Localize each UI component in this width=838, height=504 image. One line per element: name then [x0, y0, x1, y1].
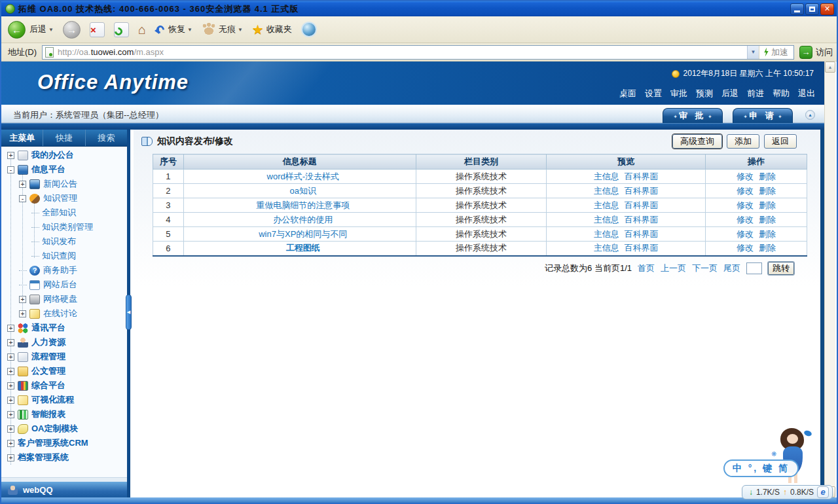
expand-icon[interactable]	[7, 368, 14, 375]
incognito-button[interactable]: 无痕 ▼	[202, 23, 243, 36]
tree-item-info-platform[interactable]: 信息平台	[1, 162, 127, 177]
collapse-icon[interactable]	[19, 195, 26, 202]
scroll-up-button[interactable]: ▲	[825, 62, 835, 73]
webqq-bar[interactable]: webQQ	[1, 482, 127, 497]
back-dropdown-icon[interactable]: ▼	[48, 27, 54, 33]
link-main-info[interactable]: 主信息	[594, 229, 619, 239]
link-edit[interactable]: 修改	[737, 186, 754, 196]
advanced-query-button[interactable]: 高级查询	[672, 134, 722, 149]
tree-item-document-mgmt[interactable]: 公文管理	[1, 364, 127, 378]
home-button[interactable]: ⌂	[138, 22, 146, 37]
ime-status-bar[interactable]: 中 °, 键 简	[723, 459, 799, 477]
tree-item-my-office[interactable]: 我的办公台	[1, 148, 127, 162]
tree-item-news[interactable]: 新闻公告	[1, 177, 127, 191]
sidebar-collapse-handle[interactable]: ◀	[126, 295, 132, 330]
row-title-link[interactable]: oa知识	[290, 186, 316, 196]
last-page-link[interactable]: 尾页	[723, 262, 740, 274]
tree-item-smart-report[interactable]: 智能报表	[1, 407, 127, 422]
tree-item-crm[interactable]: 客户管理系统CRM	[1, 436, 127, 450]
link-edit[interactable]: 修改	[737, 215, 754, 225]
link-main-info[interactable]: 主信息	[594, 186, 619, 196]
row-title-link[interactable]: 重做电脑细节的注意事项	[256, 200, 350, 210]
minimize-button[interactable]	[790, 3, 804, 15]
link-wiki-view[interactable]: 百科界面	[625, 200, 659, 210]
link-delete[interactable]: 删除	[759, 171, 776, 181]
link-edit[interactable]: 修改	[737, 243, 754, 253]
address-dropdown-icon[interactable]: ▼	[747, 46, 759, 59]
favorites-button[interactable]: ★ 收藏夹	[252, 22, 292, 37]
vertical-scrollbar[interactable]: ▲ ▼	[824, 62, 835, 497]
tree-item-knowledge-publish[interactable]: 知识发布	[1, 234, 127, 249]
apply-tab-button[interactable]: ✦ 申 请 ✦	[733, 108, 793, 123]
row-title-link[interactable]: 工程图纸	[286, 243, 320, 253]
approve-tab-button[interactable]: ✦ 审 批 ✦	[663, 108, 723, 123]
collapse-header-button[interactable]: ▲	[805, 110, 815, 120]
menu-settings[interactable]: 设置	[645, 88, 662, 99]
tree-item-hr[interactable]: 人力资源	[1, 335, 127, 350]
return-button[interactable]: 返回	[764, 134, 797, 149]
tree-item-online-discussion[interactable]: 在线讨论	[1, 306, 127, 321]
prev-page-link[interactable]: 上一页	[661, 262, 686, 274]
menu-logout[interactable]: 退出	[798, 88, 815, 99]
restore-button[interactable]	[805, 3, 819, 15]
menu-desktop[interactable]: 桌面	[619, 88, 636, 99]
link-delete[interactable]: 删除	[759, 200, 776, 210]
tree-item-knowledge-mgmt[interactable]: 知识管理	[1, 191, 127, 206]
expand-icon[interactable]	[7, 440, 14, 447]
browser-e-icon[interactable]: e	[817, 486, 829, 498]
expand-icon[interactable]	[7, 382, 14, 389]
link-delete[interactable]: 删除	[759, 229, 776, 239]
restore-dropdown-icon[interactable]: ▼	[187, 27, 192, 33]
expand-icon[interactable]	[19, 296, 26, 303]
link-main-info[interactable]: 主信息	[594, 171, 619, 181]
link-wiki-view[interactable]: 百科界面	[625, 171, 659, 181]
tree-item-knowledge-view[interactable]: 知识查阅	[1, 249, 127, 263]
link-edit[interactable]: 修改	[737, 200, 754, 210]
row-title-link[interactable]: 办公软件的使用	[273, 215, 333, 225]
expand-icon[interactable]	[7, 411, 14, 418]
tree-item-all-knowledge[interactable]: 全部知识	[1, 206, 127, 220]
tree-item-website-admin[interactable]: 网站后台	[1, 278, 127, 292]
expand-icon[interactable]	[7, 325, 14, 332]
link-wiki-view[interactable]: 百科界面	[625, 186, 659, 196]
menu-help[interactable]: 帮助	[773, 88, 790, 99]
close-button[interactable]: ✕	[820, 3, 834, 15]
tree-item-knowledge-category[interactable]: 知识类别管理	[1, 220, 127, 234]
expand-icon[interactable]	[7, 353, 14, 361]
stop-button[interactable]: ×	[90, 22, 105, 37]
row-title-link[interactable]: win7与XP的相同与不同	[259, 229, 347, 239]
tab-quick[interactable]: 快捷	[43, 130, 85, 146]
link-edit[interactable]: 修改	[737, 171, 754, 181]
game-mode-button[interactable]	[301, 22, 317, 37]
tree-item-process-mgmt[interactable]: 流程管理	[1, 350, 127, 364]
forward-button[interactable]: →	[63, 21, 81, 39]
incognito-dropdown-icon[interactable]: ▼	[238, 27, 243, 33]
tree-item-network-disk[interactable]: 网络硬盘	[1, 292, 127, 306]
next-page-link[interactable]: 下一页	[692, 262, 718, 274]
tab-main-menu[interactable]: 主菜单	[1, 130, 43, 146]
tree-item-archive-mgmt[interactable]: 档案管理系统	[1, 450, 127, 465]
back-button[interactable]: ← 后退 ▼	[8, 21, 54, 39]
tree-item-business-assistant[interactable]: ?商务助手	[1, 263, 127, 278]
link-delete[interactable]: 删除	[759, 215, 776, 225]
jump-button[interactable]: 跳转	[768, 262, 794, 275]
expand-icon[interactable]	[19, 181, 26, 188]
expand-icon[interactable]	[7, 339, 14, 346]
restore-tabs-button[interactable]: 恢复 ▼	[155, 24, 192, 35]
link-main-info[interactable]: 主信息	[594, 243, 619, 253]
collapse-icon[interactable]	[7, 166, 14, 173]
link-main-info[interactable]: 主信息	[594, 215, 619, 225]
go-button[interactable]: → 访问	[799, 46, 833, 59]
accelerate-button[interactable]: 加速	[759, 46, 792, 59]
page-jump-input[interactable]	[746, 262, 762, 274]
tab-search[interactable]: 搜索	[86, 130, 127, 146]
link-delete[interactable]: 删除	[759, 243, 776, 253]
address-input[interactable]: http://oa. tuowei.com /m.aspx ▼ 加速	[42, 45, 794, 60]
menu-forecast[interactable]: 预测	[696, 88, 713, 99]
link-wiki-view[interactable]: 百科界面	[625, 215, 659, 225]
link-wiki-view[interactable]: 百科界面	[625, 229, 659, 239]
link-edit[interactable]: 修改	[737, 229, 754, 239]
link-main-info[interactable]: 主信息	[594, 200, 619, 210]
first-page-link[interactable]: 首页	[638, 262, 655, 274]
expand-icon[interactable]	[19, 310, 26, 317]
